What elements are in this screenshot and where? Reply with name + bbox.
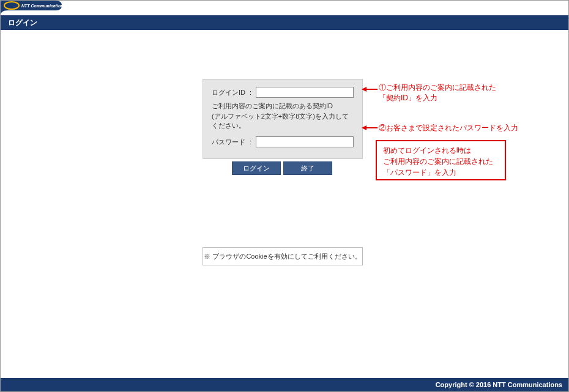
annotation-2-text: ②お客さまで設定されたパスワードを入力: [379, 124, 518, 132]
login-id-label: ログインID: [212, 88, 250, 97]
button-row: ログイン 終了: [232, 161, 332, 175]
title-bar: ログイン: [1, 15, 568, 30]
arrow-icon: [362, 125, 377, 131]
annotation-1-line2: 「契約ID」を入力: [379, 93, 496, 103]
annotation-1: ①ご利用内容のご案内に記載された 「契約ID」を入力: [379, 83, 496, 103]
cookie-text: ※ ブラウザのCookieを有効にしてご利用ください。: [204, 252, 361, 261]
annotation-2: ②お客さまで設定されたパスワードを入力: [379, 123, 518, 133]
colon: :: [250, 138, 256, 146]
annotation-box-line3: 「パスワード」を入力: [383, 167, 499, 178]
svg-marker-3: [362, 87, 366, 92]
login-id-input[interactable]: [256, 87, 354, 98]
annotation-1-line1: ①ご利用内容のご案内に記載された: [379, 83, 496, 93]
login-panel: ログインID : ご利用内容のご案内に記載のある契約ID (アルファベット2文字…: [203, 79, 363, 159]
annotation-box-line1: 初めてログインされる時は: [383, 145, 499, 156]
page-title: ログイン: [8, 18, 37, 28]
svg-marker-5: [362, 125, 366, 130]
cookie-notice: ※ ブラウザのCookieを有効にしてご利用ください。: [203, 247, 363, 265]
login-id-help1: ご利用内容のご案内に記載のある契約ID: [212, 102, 354, 111]
arrow-icon: [362, 86, 377, 92]
colon: :: [250, 89, 256, 96]
copyright: Copyright © 2016 NTT Communications: [436, 381, 562, 388]
login-button[interactable]: ログイン: [232, 161, 281, 175]
password-label: パスワード: [212, 138, 250, 147]
svg-text:NTT Communications: NTT Communications: [21, 4, 65, 8]
ntt-logo: NTT Communications: [1, 1, 74, 15]
exit-button[interactable]: 終了: [283, 161, 332, 175]
main-area: ログインID : ご利用内容のご案内に記載のある契約ID (アルファベット2文字…: [1, 30, 568, 378]
annotation-box-line2: ご利用内容のご案内に記載された: [383, 156, 499, 167]
annotation-box: 初めてログインされる時は ご利用内容のご案内に記載された 「パスワード」を入力: [376, 140, 506, 180]
password-input[interactable]: [256, 136, 354, 147]
footer: Copyright © 2016 NTT Communications: [1, 378, 568, 391]
login-id-help2: (アルファベット2文字+数字8文字)を入力してください。: [212, 112, 354, 130]
logo-header: NTT Communications: [1, 1, 568, 15]
